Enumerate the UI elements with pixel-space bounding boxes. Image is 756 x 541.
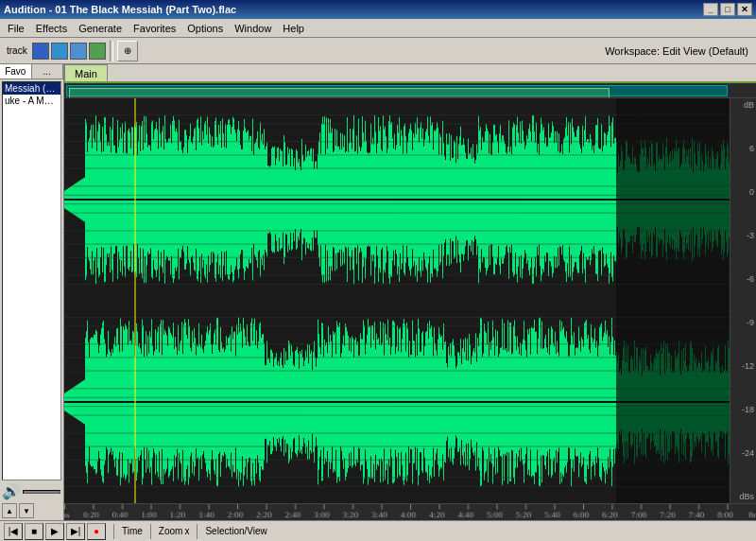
file-item-1[interactable]: Messiah (Part Two [3,82,60,95]
menu-favorites[interactable]: Favorites [128,21,181,36]
status-sep-3 [197,524,198,539]
toolbar-color-btn-4[interactable] [89,43,106,60]
zoom-label: Zoom [159,526,183,536]
files-list[interactable]: Messiah (Part Two uke - A Melody.flac [2,81,61,480]
db-label-minus18: -18 [730,405,756,414]
status-sep-1 [113,524,114,539]
db-scale: dB 6 0 -3 -6 -9 -12 -18 -24 dBs [730,98,756,503]
play-prev-btn[interactable]: |◀ [4,523,23,540]
tab-more[interactable]: ... [32,64,64,79]
wave-tab-main[interactable]: Main [64,64,108,81]
toolbar: track ⊕ Workspace: Edit View (Default) [0,38,756,64]
menu-generate[interactable]: Generate [73,21,128,36]
zoom-section: Zoom x [159,526,190,536]
time-ruler [64,503,756,520]
tab-favorites[interactable]: Favo [0,64,32,79]
nav-overview-bar[interactable] [64,83,756,98]
nav-view-indicator[interactable] [69,88,610,98]
nav-overview-track[interactable] [66,85,728,96]
db-label-minus6: -6 [730,274,756,284]
toolbar-color-btn-2[interactable] [51,43,68,60]
waveform-display[interactable] [64,98,730,503]
time-section: Time [122,526,143,536]
menu-file[interactable]: File [2,21,30,36]
toolbar-track-label: track [4,41,30,61]
play-btn[interactable]: ▶ [45,523,64,540]
main-layout: Favo ... Messiah (Part Two uke - A Melod… [0,64,756,520]
zoom-value: x [184,526,189,536]
selection-section: Selection/View [205,526,266,536]
status-bar: |◀ ■ ▶ ▶| ● Time Zoom x Selection/View [0,520,756,541]
menu-bar: File Effects Generate Favorites Options … [0,19,756,38]
waveform-canvas [64,98,730,503]
toolbar-color-btn-3[interactable] [70,43,87,60]
db-label-0: 0 [730,187,756,197]
volume-slider[interactable] [23,490,60,494]
play-next-btn[interactable]: ▶| [66,523,85,540]
toolbar-separator-1 [110,41,113,61]
toolbar-color-btn-1[interactable] [32,43,49,60]
left-panel: Favo ... Messiah (Part Two uke - A Melod… [0,64,64,520]
title-bar: Audition - 01 The Black Messiah (Part Tw… [0,0,756,19]
selection-label: Selection/View [205,526,266,536]
waveform-area: dB 6 0 -3 -6 -9 -12 -18 -24 dBs [64,98,756,503]
tab-bar: Main [64,64,756,83]
db-label-bottom: dBs [730,492,756,501]
record-btn[interactable]: ● [87,523,106,540]
scroll-down[interactable]: ▼ [19,503,34,518]
left-panel-controls: 🔊 ▲ ▼ [0,482,63,520]
close-button[interactable]: ✕ [737,3,752,16]
playback-controls: |◀ ■ ▶ ▶| ● [4,523,106,540]
menu-help[interactable]: Help [277,21,310,36]
play-stop-btn[interactable]: ■ [25,523,43,540]
title-bar-text: Audition - 01 The Black Messiah (Part Tw… [4,4,236,15]
db-label-minus9: -9 [730,318,756,327]
minimize-button[interactable]: _ [703,3,718,16]
time-label: Time [122,526,143,536]
db-label-minus3: -3 [730,231,756,240]
scroll-up[interactable]: ▲ [2,503,17,518]
toolbar-zoom-btn[interactable]: ⊕ [117,41,138,61]
left-panel-tabs: Favo ... [0,64,63,79]
db-label-minus24: -24 [730,448,756,458]
menu-effects[interactable]: Effects [30,21,73,36]
menu-window[interactable]: Window [229,21,277,36]
volume-icon: 🔊 [2,484,21,499]
db-label-minus12: -12 [730,361,756,371]
time-canvas [64,504,756,520]
center-area: Main dB 6 0 -3 -6 -9 -12 -18 [64,64,756,520]
title-bar-buttons: _ □ ✕ [703,3,752,16]
menu-options[interactable]: Options [181,21,229,36]
maximize-button[interactable]: □ [720,3,735,16]
status-sep-2 [150,524,151,539]
workspace-label: Workspace: Edit View (Default) [605,45,752,57]
db-label-top: dB [730,100,756,110]
db-label-6: 6 [730,144,756,153]
file-item-2[interactable]: uke - A Melody.flac [3,95,60,107]
